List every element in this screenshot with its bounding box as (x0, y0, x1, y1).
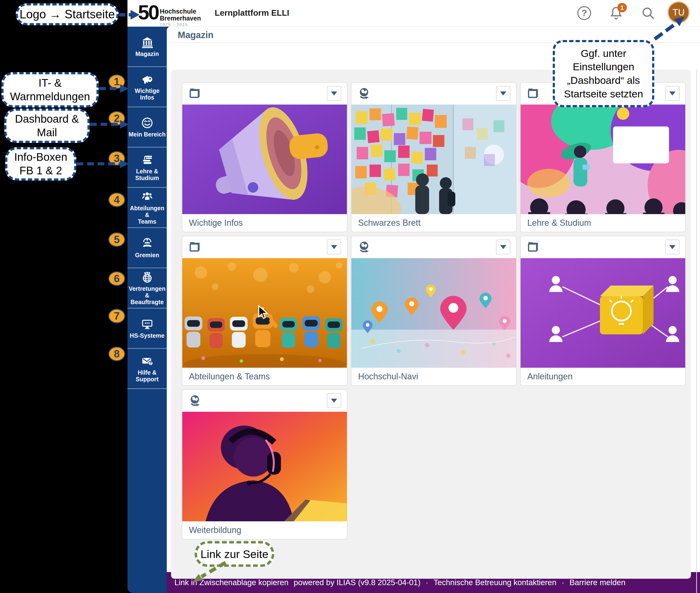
notification-badge: 1 (617, 3, 627, 12)
folder-icon (188, 241, 202, 254)
chevron-down-icon (331, 91, 337, 95)
sidebar-item-lehre-studium[interactable]: Lehre & Studium (127, 148, 167, 188)
help-button[interactable]: ? (576, 5, 592, 21)
weblink-icon (188, 394, 202, 407)
chevron-down-icon (669, 245, 675, 249)
card-image-robots[interactable] (182, 258, 347, 368)
card-abteilungen-teams: Abteilungen & Teams (182, 236, 347, 386)
sidebar-item-label: Mein Bereich (128, 131, 166, 137)
mail-help-icon (141, 355, 153, 367)
chevron-down-icon (669, 91, 675, 95)
scrollbar[interactable] (696, 70, 697, 593)
chevron-down-icon (500, 91, 506, 95)
card-actions-dropdown[interactable] (496, 86, 510, 101)
logo-line2: Bremerhaven (160, 15, 201, 22)
breadcrumb[interactable]: Magazin (178, 30, 214, 40)
sidebar-item-label: Wichtige Infos (128, 87, 166, 101)
globe-people-icon (141, 271, 153, 283)
page-title: Lernplattform ELLI (215, 8, 289, 17)
card-weiterbildung: Weiterbildung (182, 389, 347, 540)
card-title-link[interactable]: Anleitungen (521, 368, 685, 382)
sidebar-item-hilfe-support[interactable]: Hilfe & Support (127, 349, 167, 389)
card-image-headphones-person[interactable] (182, 412, 347, 521)
help-icon: ? (577, 6, 591, 20)
card-schwarzes-brett: Schwarzes Brett (351, 82, 517, 232)
annotated-screenshot: 50 Hochschule Bremerhaven 1975 - 2025 Le… (0, 0, 700, 593)
chevron-down-icon (500, 245, 506, 249)
sidebar-item-label: Abteilungen & Teams (128, 205, 166, 225)
card-hochschul-navi: Hochschul-Navi (351, 236, 517, 386)
annotation-link-zur-seite: Link zur Seite (195, 541, 274, 567)
notifications-button[interactable]: 1 (608, 5, 624, 21)
card-title-link[interactable]: Lehre & Studium (521, 214, 685, 228)
card-image-megaphone[interactable] (182, 105, 347, 214)
bank-icon (141, 36, 153, 49)
sidebar: Magazin Wichtige Infos Mein Bereich Lehr… (127, 27, 167, 593)
powered-by-ilias-link[interactable]: powered by ILIAS (v9.8 2025-04-01) (294, 578, 420, 587)
annotation-it-warnmeldungen: IT- & Warnmeldungen (1, 72, 99, 108)
card-actions-dropdown[interactable] (327, 393, 341, 408)
sidebar-item-label: HS-Systeme (130, 332, 164, 339)
sidebar-item-hs-systeme[interactable]: HS-Systeme (127, 308, 167, 349)
copy-link-action[interactable]: Link in Zwischenablage kopieren (174, 578, 289, 587)
monitor-icon (141, 318, 153, 330)
sidebar-item-wichtige-infos[interactable]: Wichtige Infos (127, 67, 167, 107)
step-badge-7: 7 (108, 309, 125, 323)
card-image-sticky-notes[interactable] (352, 105, 516, 214)
sidebar-item-label: Magazin (135, 50, 159, 57)
sidebar-item-magazin[interactable]: Magazin (127, 27, 167, 67)
annotation-info-boxen: Info-Boxen FB 1 & 2 (5, 147, 76, 181)
card-title-link[interactable]: Schwarzes Brett (352, 214, 516, 228)
card-actions-dropdown[interactable] (327, 240, 341, 254)
card-title-link[interactable]: Hochschul-Navi (352, 368, 516, 382)
sidebar-item-label: Hilfe & Support (128, 369, 166, 383)
card-image-presentation[interactable] (521, 105, 685, 214)
card-title-link[interactable]: Abteilungen & Teams (182, 368, 347, 382)
search-button[interactable] (640, 5, 656, 21)
card-actions-dropdown[interactable] (327, 86, 341, 101)
step-badge-5: 5 (108, 232, 125, 247)
card-anleitungen: Anleitungen (520, 236, 686, 386)
logo-50: 50 (138, 2, 158, 23)
annotation-logo-startseite: Logo → Startseite (16, 3, 119, 25)
card-actions-dropdown[interactable] (665, 86, 679, 101)
sidebar-item-label: Gremien (135, 252, 159, 259)
committee-icon (141, 237, 153, 250)
step-badge-1: 1 (108, 74, 125, 89)
step-badge-2: 2 (108, 111, 125, 126)
books-icon (141, 154, 153, 166)
report-barrier-link[interactable]: Barriere melden (569, 578, 625, 587)
annotation-dashboard-startseite: Ggf. unter Einstellungen „Dashboard“ als… (553, 40, 654, 107)
card-actions-dropdown[interactable] (496, 240, 510, 254)
chevron-down-icon (331, 245, 337, 249)
card-image-map-pins[interactable] (352, 258, 516, 368)
contact-support-link[interactable]: Technische Betreuung kontaktieren (434, 578, 557, 587)
card-grid: Wichtige Infos (182, 82, 686, 540)
card-image-idea-network[interactable] (521, 258, 685, 368)
card-actions-dropdown[interactable] (665, 240, 679, 254)
header: 50 Hochschule Bremerhaven 1975 - 2025 Le… (127, 0, 700, 27)
card-title-link[interactable]: Weiterbildung (182, 521, 347, 535)
content-area: Magazin (167, 27, 700, 572)
search-icon (641, 6, 656, 21)
sidebar-item-vertretungen-beauftragte[interactable]: Vertretungen & Beauftragte (127, 268, 167, 308)
folder-icon (527, 87, 540, 100)
step-badge-8: 8 (108, 347, 125, 361)
avatar[interactable]: TU (667, 1, 690, 24)
folder-icon (188, 87, 202, 100)
logo-years: 1975 - 2025 (160, 23, 201, 27)
sidebar-item-label: Lehre & Studium (128, 168, 166, 181)
sidebar-item-abteilungen-teams[interactable]: Abteilungen & Teams (127, 188, 167, 228)
annotation-dashboard-mail: Dashboard & Mail (4, 109, 89, 143)
hochschule-bremerhaven-logo[interactable]: 50 Hochschule Bremerhaven 1975 - 2025 (138, 2, 201, 27)
sidebar-item-label: Vertretungen & Beauftragte (128, 285, 166, 305)
card-title-link[interactable]: Wichtige Infos (182, 214, 347, 228)
people-icon (141, 191, 153, 203)
sidebar-item-gremien[interactable]: Gremien (127, 228, 167, 268)
step-badge-3: 3 (108, 151, 125, 166)
folder-icon (527, 241, 540, 254)
sidebar-item-mein-bereich[interactable]: Mein Bereich (127, 107, 167, 148)
smiley-icon (141, 117, 153, 129)
chevron-down-icon (331, 399, 337, 403)
step-badge-6: 6 (108, 271, 125, 286)
